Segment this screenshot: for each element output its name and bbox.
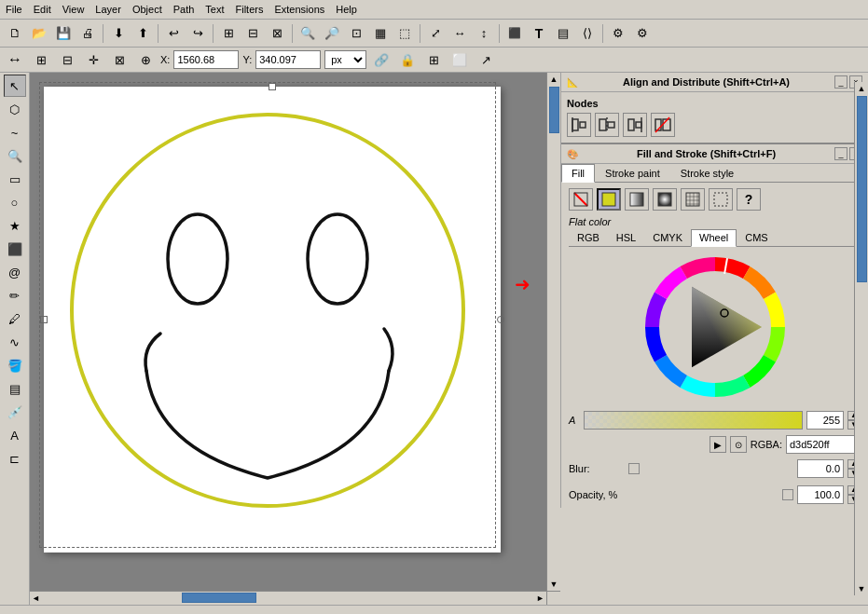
tab-stroke-style[interactable]: Stroke style [670, 164, 744, 182]
fill-unknown-button[interactable]: ? [737, 188, 761, 211]
snap1-button[interactable]: ⊞ [30, 49, 52, 70]
unit-select[interactable]: px mm cm in pt [324, 50, 366, 69]
circ-tool[interactable]: ○ [4, 191, 26, 213]
rgba-copy-button[interactable]: ▶ [710, 436, 726, 453]
zoom-out-button[interactable]: 🔍 [296, 23, 319, 44]
spiral-tool[interactable]: @ [4, 261, 26, 283]
align-left-nodes-button[interactable] [567, 113, 591, 137]
y-input[interactable] [255, 50, 321, 69]
fill-stroke-button[interactable]: ⬛ [503, 23, 526, 44]
copy-style-button[interactable]: ⊞ [217, 23, 240, 44]
print-button[interactable]: 🖨 [76, 23, 99, 44]
right-scroll-up[interactable]: ▲ [855, 82, 868, 95]
right-scroll-thumb[interactable] [857, 96, 867, 282]
handle-top-center[interactable] [269, 83, 276, 90]
menu-help[interactable]: Help [330, 2, 363, 17]
snap2-button[interactable]: ⊟ [56, 49, 78, 70]
fill-swatch-button[interactable] [709, 188, 733, 211]
new-button[interactable]: 🗋 [4, 23, 26, 44]
transform1-button[interactable]: ⤢ [424, 23, 447, 44]
transform2-button[interactable]: ↔ [448, 23, 471, 44]
tab-fill[interactable]: Fill [561, 164, 595, 183]
x-input[interactable] [173, 50, 239, 69]
rect-tool[interactable]: ▭ [4, 168, 26, 190]
connector-tool[interactable]: ⊏ [4, 447, 26, 470]
preferences2-button[interactable]: ⚙ [631, 23, 654, 44]
align-button[interactable]: ▤ [552, 23, 574, 44]
paste2-button[interactable]: ⊠ [266, 23, 288, 44]
blur-slider[interactable] [628, 467, 793, 471]
menu-file[interactable]: File [0, 2, 28, 17]
text-tool-left[interactable]: A [4, 424, 26, 446]
hscrollbar[interactable]: ◄ ► [30, 591, 546, 605]
text-tool-button[interactable]: T [528, 23, 550, 44]
opacity-input[interactable] [797, 485, 844, 504]
paste-style-button[interactable]: ⊟ [241, 23, 264, 44]
rgba-input[interactable] [786, 435, 861, 454]
snap8-button[interactable]: ⊞ [422, 49, 445, 70]
menu-layer[interactable]: Layer [90, 2, 127, 17]
vscrollbar[interactable]: ▲ ▼ [546, 73, 560, 591]
fill-minimize-button[interactable]: _ [834, 147, 847, 160]
move-tool-coord[interactable]: ↔ [4, 49, 26, 70]
rgba-paste-button[interactable]: ⊙ [730, 436, 747, 453]
zoom-in-button[interactable]: 🔎 [321, 23, 343, 44]
canvas-container[interactable]: ➜ [30, 73, 560, 605]
transform3-button[interactable]: ↕ [473, 23, 495, 44]
tweak-tool[interactable]: ~ [4, 121, 26, 143]
export-button[interactable]: ⬆ [131, 23, 154, 44]
snap3-button[interactable]: ✛ [82, 49, 104, 70]
snap7-button[interactable]: 🔒 [396, 49, 419, 70]
preferences-button[interactable]: ⚙ [607, 23, 629, 44]
snap9-button[interactable]: ⬜ [448, 49, 471, 70]
star-tool[interactable]: ★ [4, 214, 26, 237]
save-button[interactable]: 💾 [52, 23, 75, 44]
hscroll-right[interactable]: ► [534, 594, 546, 603]
tab-stroke-paint[interactable]: Stroke paint [595, 164, 670, 182]
handle-right-mid[interactable] [497, 316, 504, 323]
vscroll-down[interactable]: ▼ [547, 578, 560, 591]
align-center-nodes-button[interactable] [595, 113, 619, 137]
select-tool[interactable]: ↖ [4, 75, 26, 97]
fill-radial-button[interactable] [653, 188, 677, 211]
hscroll-left[interactable]: ◄ [30, 594, 42, 603]
callig-tool[interactable]: ∿ [4, 331, 26, 353]
gradient-tool[interactable]: ▤ [4, 377, 26, 400]
snap4-button[interactable]: ⊠ [108, 49, 131, 70]
node-tool[interactable]: ⬡ [4, 98, 26, 120]
snap6-button[interactable]: 🔗 [370, 49, 393, 70]
zoom-draw-button[interactable]: ⬚ [393, 23, 416, 44]
tab-wheel[interactable]: Wheel [691, 229, 737, 247]
tab-hsl[interactable]: HSL [608, 229, 644, 246]
blur-input[interactable] [797, 459, 844, 478]
menu-path[interactable]: Path [168, 2, 200, 17]
align-minimize-button[interactable]: _ [834, 75, 847, 89]
menu-edit[interactable]: Edit [28, 2, 57, 17]
opacity-slider[interactable] [628, 493, 793, 497]
menu-text[interactable]: Text [200, 2, 229, 17]
menu-view[interactable]: View [57, 2, 90, 17]
tab-rgb[interactable]: RGB [569, 229, 608, 246]
bucket-tool[interactable]: 🪣 [4, 354, 26, 376]
xml-button[interactable]: ⟨⟩ [576, 23, 599, 44]
align-remove-button[interactable] [651, 113, 675, 137]
hscroll-thumb[interactable] [182, 593, 256, 603]
alpha-input[interactable] [806, 411, 844, 430]
align-right-nodes-button[interactable] [623, 113, 647, 137]
pencil-tool[interactable]: ✏ [4, 284, 26, 307]
handle-left-mid[interactable] [40, 316, 48, 323]
zoom-select-button[interactable]: ▦ [369, 23, 392, 44]
menu-object[interactable]: Object [127, 2, 168, 17]
dropper-tool[interactable]: 💉 [4, 401, 26, 423]
vscroll-up[interactable]: ▲ [547, 73, 560, 86]
zoom-tool[interactable]: 🔍 [4, 144, 26, 167]
zoom-fit-button[interactable]: ⊡ [345, 23, 367, 44]
alpha-bar[interactable] [584, 411, 803, 430]
menu-filters[interactable]: Filters [230, 2, 269, 17]
tab-cmyk[interactable]: CMYK [644, 229, 691, 246]
open-button[interactable]: 📂 [28, 23, 50, 44]
tab-cms[interactable]: CMS [737, 229, 776, 246]
undo-button[interactable]: ↩ [162, 23, 185, 44]
redo-button[interactable]: ↪ [186, 23, 209, 44]
right-scroll-down[interactable]: ▼ [855, 582, 868, 595]
